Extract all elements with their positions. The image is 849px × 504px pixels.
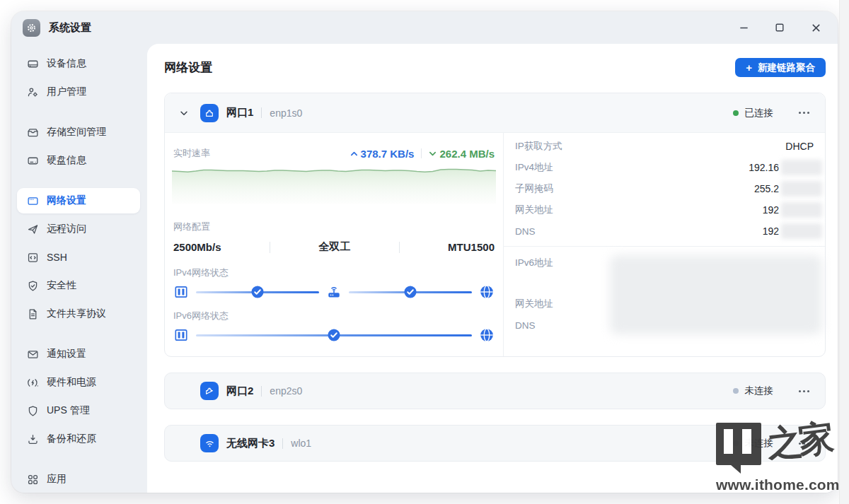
port1-ip-details: IP获取方式 DHCP IPv4地址 192.16 子网掩码 255.2 网关地… xyxy=(503,133,825,356)
ethernet-icon xyxy=(200,104,219,122)
titlebar: 系统设置 xyxy=(11,11,838,44)
ip-info-row: DNS 192 xyxy=(515,221,814,242)
divider xyxy=(270,242,270,253)
divider xyxy=(399,242,400,253)
main-panel: 网络设置 + 新建链路聚合 网口1 enp1s0 已连接 xyxy=(147,44,838,493)
sidebar-item-device-info[interactable]: 设备信息 xyxy=(17,51,140,76)
page-header: 网络设置 + 新建链路聚合 xyxy=(164,58,826,77)
ipv4-status-label: IPv4网络状态 xyxy=(172,266,496,279)
sidebar-group-gap xyxy=(17,176,140,188)
nas-icon xyxy=(173,284,189,300)
port1-card-header[interactable]: 网口1 enp1s0 已连接 xyxy=(165,93,825,133)
ip-info-row: 网关地址 192 xyxy=(515,199,814,221)
ups-icon xyxy=(27,405,39,417)
more-horizontal-icon[interactable] xyxy=(797,386,811,397)
divider xyxy=(261,386,262,397)
sidebar-item-ups[interactable]: UPS 管理 xyxy=(17,398,140,423)
ip-row-value: 255.2 xyxy=(754,183,779,194)
sidebar-group-gap xyxy=(17,455,140,467)
maximize-button[interactable] xyxy=(773,21,786,34)
remote-access-icon xyxy=(27,223,39,235)
page-title: 网络设置 xyxy=(164,59,212,76)
sidebar-item-label: SSH xyxy=(47,252,67,263)
port1-left-column: 实时速率 378.7 KB/s 262.4 MB/s xyxy=(165,133,503,356)
interface-name: wlo1 xyxy=(291,438,311,449)
system-settings-window: 系统设置 设备信息 用户管理 xyxy=(11,11,838,493)
sidebar-group-gap xyxy=(17,329,140,341)
backup-restore-icon xyxy=(27,433,39,445)
link-speed: 2500Mb/s xyxy=(173,241,221,253)
chevron-down-icon[interactable] xyxy=(179,108,189,118)
redacted-value xyxy=(781,223,822,239)
chart-area xyxy=(172,169,496,204)
network-config-label: 网络配置 xyxy=(172,221,496,233)
realtime-rate-label: 实时速率 xyxy=(173,147,210,160)
sidebar-item-file-sharing[interactable]: 文件共享协议 xyxy=(17,301,140,327)
sidebar-item-ssh[interactable]: SSH xyxy=(17,245,140,270)
new-link-aggregation-button[interactable]: + 新建链路聚合 xyxy=(735,58,826,77)
sidebar-item-apps[interactable]: 应用 xyxy=(17,467,140,492)
ip-row-label: IPv4地址 xyxy=(515,161,553,174)
ipv4-status-diagram xyxy=(172,283,496,301)
ip-row-value: 192 xyxy=(763,225,779,237)
sidebar-item-network-settings[interactable]: 网络设置 xyxy=(17,188,140,213)
sidebar-item-label: 安全性 xyxy=(47,279,76,292)
realtime-rate-row: 实时速率 378.7 KB/s 262.4 MB/s xyxy=(172,147,496,160)
wireless-card[interactable]: 无线网卡3 wlo1 未连接 xyxy=(164,425,826,462)
minimize-button[interactable] xyxy=(737,21,750,34)
ip-info-row: IP获取方式 DHCP xyxy=(515,136,814,157)
ip-row-label: DNS xyxy=(515,320,536,331)
hardware-power-icon xyxy=(27,377,39,389)
check-circle-icon xyxy=(404,286,417,299)
security-icon xyxy=(27,280,39,292)
file-share-icon xyxy=(27,308,39,320)
ip-row-value: 192 xyxy=(763,204,779,216)
ipv6-info-block: IPv6地址 网关地址 DNS xyxy=(515,252,814,336)
port1-card-body: 实时速率 378.7 KB/s 262.4 MB/s xyxy=(165,133,825,356)
ipv6-status-diagram xyxy=(172,326,496,344)
sidebar-item-remote-access[interactable]: 远程访问 xyxy=(17,216,140,242)
plus-icon: + xyxy=(746,62,752,73)
status-dot-disconnected xyxy=(733,440,739,446)
divider xyxy=(504,246,825,247)
ip-info-row: IPv4地址 192.16 xyxy=(515,157,814,178)
close-button[interactable] xyxy=(809,21,822,34)
chevron-down-icon xyxy=(429,150,437,158)
sidebar-item-storage-management[interactable]: 存储空间管理 xyxy=(17,119,140,145)
ip-row-label: 网关地址 xyxy=(515,298,553,310)
port-name: 网口1 xyxy=(226,106,253,119)
upload-rate-value: 378.7 KB/s xyxy=(361,148,415,160)
sidebar-item-label: 硬件和电源 xyxy=(47,376,96,389)
connection-segment xyxy=(196,291,319,293)
ethernet-icon xyxy=(200,382,219,400)
ip-row-label: IP获取方式 xyxy=(515,140,562,153)
sidebar-group-gap xyxy=(17,107,140,119)
sidebar-item-label: 通知设置 xyxy=(47,348,86,361)
more-horizontal-icon[interactable] xyxy=(797,438,811,449)
sidebar-item-label: 设备信息 xyxy=(47,57,86,70)
sidebar-item-label: 网络设置 xyxy=(47,194,86,207)
check-circle-icon xyxy=(328,329,341,342)
redacted-value xyxy=(781,202,822,218)
sidebar-item-backup-restore[interactable]: 备份和还原 xyxy=(17,426,140,452)
status-dot-connected xyxy=(733,110,739,116)
connection-segment xyxy=(196,334,472,336)
sidebar-item-hardware-power[interactable]: 硬件和电源 xyxy=(17,370,140,395)
sidebar-item-notifications[interactable]: 通知设置 xyxy=(17,341,140,367)
ip-row-label: 网关地址 xyxy=(515,204,553,216)
connection-segment xyxy=(349,291,472,293)
traffic-chart-svg xyxy=(172,165,496,204)
sidebar-item-user-management[interactable]: 用户管理 xyxy=(17,79,140,105)
interface-name: enp2s0 xyxy=(270,385,302,397)
page-scrollbar[interactable] xyxy=(839,0,849,504)
sidebar-item-disk-info[interactable]: 硬盘信息 xyxy=(17,148,140,173)
sidebar-item-security[interactable]: 安全性 xyxy=(17,273,140,298)
window-title: 系统设置 xyxy=(49,21,91,35)
divider xyxy=(282,438,283,449)
redacted-value xyxy=(781,181,822,197)
more-horizontal-icon[interactable] xyxy=(797,107,811,118)
network-port2-card[interactable]: 网口2 enp2s0 未连接 xyxy=(164,373,826,409)
network-port1-card: 网口1 enp1s0 已连接 实时速率 xyxy=(164,93,826,357)
sidebar: 设备信息 用户管理 存储空间管理 硬盘信息 网络设置 xyxy=(11,48,147,493)
storage-icon xyxy=(27,127,39,139)
